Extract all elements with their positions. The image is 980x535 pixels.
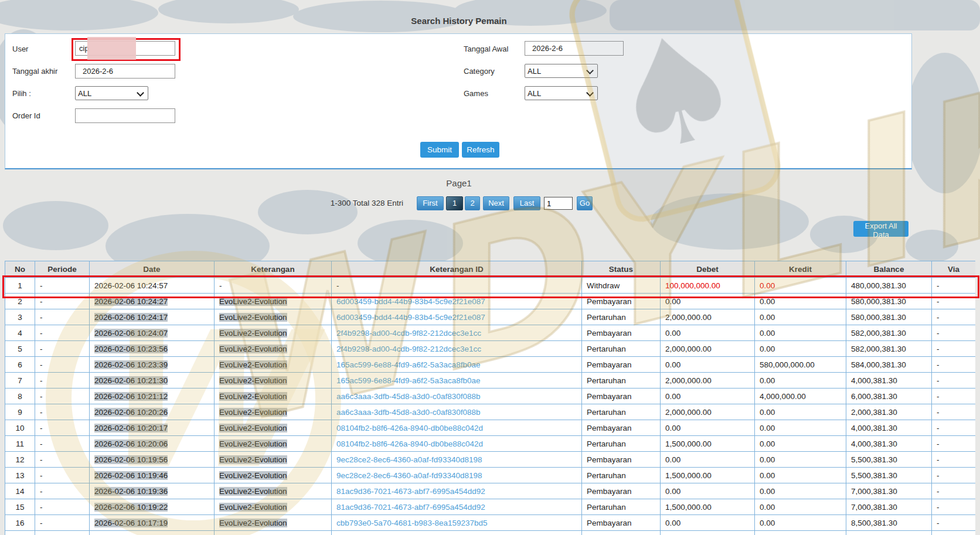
selection-highlight: 2026-02-06 10:17:19: [94, 519, 168, 527]
status-cell: Pembayaran: [582, 357, 661, 373]
kredit-cell: 4,000,000.00: [755, 389, 846, 404]
pagination-page-2-button[interactable]: 2: [465, 196, 480, 210]
via-cell: -: [932, 389, 976, 404]
periode-cell: -: [35, 325, 90, 341]
no-cell: 13: [5, 468, 35, 483]
keterangan-id-link[interactable]: 81ac9d36-7021-4673-abf7-6995a454dd92: [332, 483, 582, 499]
pagination-go-button[interactable]: Go: [577, 196, 593, 210]
status-cell: Pembayaran: [582, 420, 661, 436]
kredit-cell: 0.00: [755, 373, 846, 389]
export-all-data-button[interactable]: Export All Data: [853, 221, 908, 237]
table-row: 10-2026-02-06 10:20:17EvoLive2-Evolution…: [5, 420, 976, 436]
keterangan-cell: EvoLive2-Evolution: [215, 515, 332, 531]
via-cell: -: [932, 373, 976, 389]
keterangan-cell: -: [215, 278, 332, 294]
keterangan-id-link[interactable]: aa6c3aaa-3dfb-45d8-a3d0-c0af830f088b: [332, 404, 582, 420]
pagination-page-1-button[interactable]: 1: [446, 196, 463, 210]
keterangan-id-link[interactable]: 08104fb2-b8f6-426a-8940-db0be88c042d: [332, 436, 582, 452]
selection-highlight: 2026-02-06 10:19:22: [94, 503, 168, 512]
balance-cell: 8,500,381.30: [846, 515, 932, 531]
via-cell: -: [932, 452, 976, 468]
pilih-select[interactable]: ALL: [75, 86, 148, 100]
pagination-next-button[interactable]: Next: [483, 196, 509, 210]
status-cell: Pertaruhan: [582, 404, 661, 420]
selection-highlight: EvoLive2-Evolution: [219, 455, 287, 464]
selection-highlight: 2026-02-06 10:24:27: [94, 297, 168, 306]
no-cell: 2: [5, 294, 35, 309]
no-cell: 12: [5, 452, 35, 468]
keterangan-cell: EvoLive2-Evolution: [215, 341, 332, 357]
keterangan-id-link[interactable]: 2f4b9298-ad00-4cdb-9f82-212dcec3e1cc: [332, 325, 582, 341]
periode-cell: -: [35, 499, 90, 515]
periode-cell: -: [35, 420, 90, 436]
games-label: Games: [464, 89, 488, 98]
selection-highlight: EvoLive2-Evolution: [219, 329, 287, 338]
debet-cell: 1,500,000.00: [661, 468, 755, 483]
table-row-partial: [5, 531, 976, 535]
table-row: 15-2026-02-06 10:19:22EvoLive2-Evolution…: [5, 499, 976, 515]
selection-highlight: EvoLive2-Evolution: [219, 360, 287, 369]
date-cell: 2026-02-06 10:19:36: [90, 483, 215, 499]
debet-cell: 100,000,000.00: [661, 278, 755, 294]
keterangan-cell: EvoLive2-Evolution: [215, 436, 332, 452]
kredit-cell: 0.00: [755, 294, 846, 309]
category-select[interactable]: ALL: [525, 64, 598, 78]
search-form-panel: User Tanggal akhir Pilih : ALL Order Id …: [5, 33, 912, 169]
keterangan-id-link[interactable]: 2f4b9298-ad00-4cdb-9f82-212dcec3e1cc: [332, 341, 582, 357]
periode-cell: -: [35, 468, 90, 483]
pagination-last-button[interactable]: Last: [513, 196, 540, 210]
keterangan-id-link[interactable]: cbb793e0-5a70-4681-b983-8ea159237bd5: [332, 515, 582, 531]
user-input[interactable]: [75, 41, 175, 56]
refresh-button[interactable]: Refresh: [462, 142, 499, 158]
table-row: 16-2026-02-06 10:17:19EvoLive2-Evolution…: [5, 515, 976, 531]
submit-button[interactable]: Submit: [420, 142, 459, 158]
keterangan-id-link[interactable]: 08104fb2-b8f6-426a-8940-db0be88c042d: [332, 420, 582, 436]
status-cell: Pembayaran: [582, 294, 661, 309]
periode-cell: -: [35, 483, 90, 499]
column-header: Kredit: [755, 261, 846, 278]
games-select[interactable]: ALL: [525, 86, 598, 100]
debet-cell: 0.00: [661, 452, 755, 468]
status-cell: Pertaruhan: [582, 309, 661, 325]
keterangan-id-link[interactable]: 9ec28ce2-8ec6-4360-a0af-fd93340d8198: [332, 468, 582, 483]
via-cell: -: [932, 420, 976, 436]
selection-highlight: 2026-02-06 10:21:30: [94, 376, 168, 385]
kredit-cell: 0.00: [755, 515, 846, 531]
via-cell: -: [932, 294, 976, 309]
balance-cell: 582,000,381.30: [846, 325, 932, 341]
periode-cell: -: [35, 404, 90, 420]
date-cell: 2026-02-06 10:24:07: [90, 325, 215, 341]
keterangan-id-link[interactable]: 6d003459-bdd4-44b9-83b4-5c9e2f21e087: [332, 309, 582, 325]
keterangan-id-link[interactable]: 9ec28ce2-8ec6-4360-a0af-fd93340d8198: [332, 452, 582, 468]
selection-highlight: EvoLive2-Evolution: [219, 519, 287, 527]
date-cell: 2026-02-06 10:21:12: [90, 389, 215, 404]
via-cell: -: [932, 499, 976, 515]
keterangan-id-link[interactable]: 165ac599-6e88-4fd9-a6f2-5a3aca8fb0ae: [332, 357, 582, 373]
order-id-input[interactable]: [75, 108, 175, 123]
keterangan-id-link[interactable]: 165ac599-6e88-4fd9-a6f2-5a3aca8fb0ae: [332, 373, 582, 389]
periode-cell: -: [35, 341, 90, 357]
keterangan-id-link[interactable]: 81ac9d36-7021-4673-abf7-6995a454dd92: [332, 499, 582, 515]
balance-cell: 480,000,381.30: [846, 278, 932, 294]
tanggal-akhir-input[interactable]: [75, 64, 175, 79]
periode-cell: -: [35, 309, 90, 325]
keterangan-id-link[interactable]: 6d003459-bdd4-44b9-83b4-5c9e2f21e087: [332, 294, 582, 309]
no-cell: 14: [5, 483, 35, 499]
selection-highlight: 2026-02-06 10:23:56: [94, 345, 168, 353]
tanggal-awal-input[interactable]: [525, 41, 624, 56]
balance-cell: 4,000,381.30: [846, 420, 932, 436]
column-header: Periode: [35, 261, 90, 278]
debet-cell: 0.00: [661, 515, 755, 531]
pagination-first-button[interactable]: First: [417, 196, 444, 210]
via-cell: -: [932, 436, 976, 452]
kredit-cell: 580,000,000.00: [755, 357, 846, 373]
keterangan-id-link[interactable]: aa6c3aaa-3dfb-45d8-a3d0-c0af830f088b: [332, 389, 582, 404]
kredit-cell: 0.00: [755, 404, 846, 420]
goto-page-input[interactable]: [544, 197, 573, 210]
kredit-cell: 0.00: [755, 325, 846, 341]
date-cell: 2026-02-06 10:19:22: [90, 499, 215, 515]
no-cell: 7: [5, 373, 35, 389]
selection-highlight: EvoLive2-Evolution: [219, 424, 287, 432]
table-row: 3-2026-02-06 10:24:17EvoLive2-Evolution6…: [5, 309, 976, 325]
debet-cell: 0.00: [661, 294, 755, 309]
